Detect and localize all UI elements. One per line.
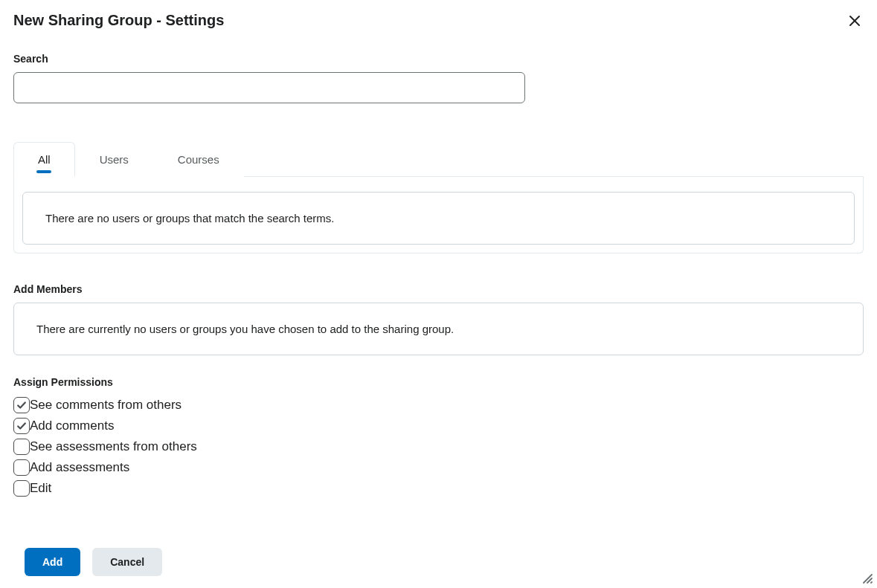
cancel-button[interactable]: Cancel <box>92 548 162 576</box>
permission-label[interactable]: Add comments <box>30 419 114 433</box>
add-members-label: Add Members <box>13 283 864 295</box>
add-button[interactable]: Add <box>25 548 80 576</box>
permissions-section: Assign Permissions See comments from oth… <box>13 376 864 497</box>
permission-label[interactable]: See comments from others <box>30 398 181 413</box>
permission-label[interactable]: Add assessments <box>30 460 129 475</box>
search-results-empty: There are no users or groups that match … <box>22 192 855 245</box>
checkbox-see-assessments[interactable] <box>13 439 30 455</box>
tab-users[interactable]: Users <box>75 142 153 177</box>
assign-permissions-label: Assign Permissions <box>13 376 864 388</box>
tabs-container: All Users Courses There are no users or … <box>13 142 864 253</box>
checkbox-add-comments[interactable] <box>13 418 30 434</box>
permission-row-add-assessments: Add assessments <box>13 459 864 476</box>
permission-label[interactable]: Edit <box>30 481 51 496</box>
search-input[interactable] <box>13 72 525 103</box>
checkbox-add-assessments[interactable] <box>13 459 30 476</box>
resize-handle-icon[interactable] <box>861 572 873 584</box>
close-icon <box>849 15 861 29</box>
add-members-empty: There are currently no users or groups y… <box>13 303 864 355</box>
footer: Add Cancel <box>0 534 176 588</box>
close-button[interactable] <box>846 12 864 32</box>
tabs-bar: All Users Courses <box>13 142 864 177</box>
tab-panel: There are no users or groups that match … <box>13 177 864 253</box>
tab-courses[interactable]: Courses <box>153 142 244 177</box>
permission-row-see-assessments: See assessments from others <box>13 439 864 455</box>
checkbox-edit[interactable] <box>13 480 30 497</box>
tab-all[interactable]: All <box>13 142 75 177</box>
permission-row-add-comments: Add comments <box>13 418 864 434</box>
svg-line-4 <box>871 582 872 583</box>
permission-row-edit: Edit <box>13 480 864 497</box>
permission-label[interactable]: See assessments from others <box>30 439 197 454</box>
search-label: Search <box>13 53 864 65</box>
dialog-title: New Sharing Group - Settings <box>13 12 224 29</box>
checkbox-see-comments[interactable] <box>13 397 30 413</box>
permission-row-see-comments: See comments from others <box>13 397 864 413</box>
